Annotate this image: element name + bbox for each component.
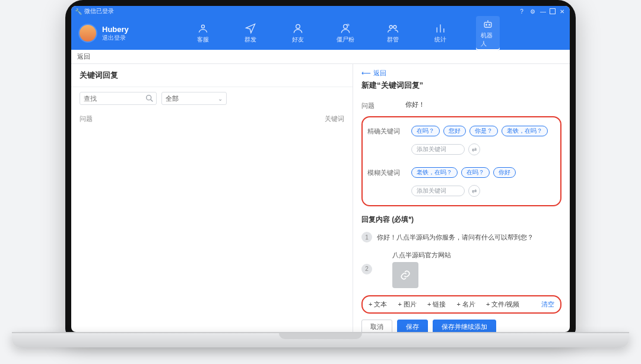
user-icon bbox=[292, 23, 304, 34]
chevron-down-icon: ⌄ bbox=[218, 95, 223, 102]
reply-link-title: 八点半源码官方网站 bbox=[392, 251, 561, 260]
nav-group[interactable]: 群管 bbox=[381, 23, 405, 44]
footer-actions: 取消 保存 保存并继续添加 bbox=[361, 314, 561, 332]
minimize-button[interactable]: — bbox=[539, 7, 547, 15]
maximize-button[interactable] bbox=[550, 8, 556, 14]
arrow-left-icon: ⟵ bbox=[361, 69, 371, 77]
svg-point-7 bbox=[486, 24, 487, 25]
filter-select-value: 全部 bbox=[166, 94, 179, 103]
fuzzy-label: 模糊关键词 bbox=[367, 167, 404, 177]
filter-select[interactable]: 全部 ⌄ bbox=[161, 92, 227, 105]
exact-tag[interactable]: 老铁，在吗？ bbox=[502, 126, 548, 136]
add-card-tool[interactable]: + 名片 bbox=[456, 300, 475, 309]
reply-item-1: 1 你好！八点半源码为你服务，请问有什么可以帮到您？ bbox=[361, 228, 561, 246]
col-header-keyword: 关键词 bbox=[325, 114, 344, 123]
search-input-wrap bbox=[80, 92, 157, 105]
group-icon bbox=[387, 23, 399, 34]
svg-point-5 bbox=[394, 25, 396, 28]
nav-label: 好友 bbox=[292, 36, 304, 44]
add-file-tool[interactable]: + 文件/视频 bbox=[486, 300, 520, 309]
reply-tools-row: + 文本 + 图片 + 链接 + 名片 + 文件/视频 清空 bbox=[361, 295, 561, 314]
fuzzy-add-input[interactable]: 添加关键词 bbox=[411, 186, 465, 196]
exact-tag[interactable]: 你是？ bbox=[469, 126, 498, 136]
nav-label: 群发 bbox=[245, 36, 256, 44]
app-header: Hubery 退出登录 客服 群发 好友 bbox=[71, 17, 570, 50]
exact-tag[interactable]: 您好 bbox=[443, 126, 466, 136]
svg-point-2 bbox=[344, 24, 348, 28]
exact-label: 精确关键词 bbox=[367, 126, 404, 136]
search-icon[interactable] bbox=[145, 94, 154, 103]
reply-badge-2: 2 bbox=[361, 264, 372, 274]
svg-point-4 bbox=[390, 25, 393, 28]
nav-robot[interactable]: 机器人 bbox=[476, 16, 500, 50]
add-image-tool[interactable]: + 图片 bbox=[398, 300, 416, 309]
svg-point-9 bbox=[147, 95, 151, 100]
nav-label: 客服 bbox=[197, 36, 209, 44]
nav-label: 机器人 bbox=[481, 31, 495, 48]
svg-point-8 bbox=[489, 24, 490, 25]
link-icon bbox=[399, 269, 411, 281]
nav-label: 僵尸粉 bbox=[337, 36, 354, 44]
swap-icon[interactable]: ⇄ bbox=[468, 185, 480, 197]
link-thumb[interactable] bbox=[392, 262, 418, 288]
strip-back-link[interactable]: 返回 bbox=[77, 52, 90, 61]
titlebar-status: 微信已登录 bbox=[84, 7, 114, 15]
avatar[interactable] bbox=[78, 24, 97, 43]
stats-icon bbox=[434, 23, 446, 34]
nav-friends[interactable]: 好友 bbox=[286, 23, 310, 44]
exact-add-input[interactable]: 添加关键词 bbox=[411, 144, 465, 155]
window-titlebar: 🔧 微信已登录 ? ⚙ — ✕ bbox=[71, 6, 570, 17]
user-name: Hubery bbox=[102, 25, 129, 34]
save-continue-button[interactable]: 保存并继续添加 bbox=[433, 320, 496, 332]
editor-back-link[interactable]: ⟵ 返回 bbox=[361, 69, 561, 78]
reply-section-title: 回复内容 (必填*) bbox=[361, 215, 561, 225]
fuzzy-tag[interactable]: 老铁，在吗？ bbox=[411, 167, 458, 178]
add-text-tool[interactable]: + 文本 bbox=[369, 300, 387, 309]
reply-badge-1: 1 bbox=[361, 232, 372, 242]
reply-item-2: 2 八点半源码官方网站 bbox=[361, 246, 561, 292]
editor-title: 新建“关键词回复” bbox=[361, 80, 561, 91]
svg-point-0 bbox=[202, 25, 205, 28]
editor-back-label: 返回 bbox=[373, 69, 386, 78]
left-title: 关键词回复 bbox=[71, 64, 353, 87]
panel-keyword-list: 关键词回复 全部 ⌄ 问题 关键词 bbox=[71, 64, 353, 332]
wrench-icon: 🔧 bbox=[75, 8, 82, 15]
panel-editor: ⟵ 返回 新建“关键词回复” 问题 你好！ 精确关键词 在吗？ 您好 bbox=[353, 64, 570, 332]
zombie-icon bbox=[339, 23, 351, 34]
robot-icon bbox=[482, 18, 494, 30]
settings-icon[interactable]: ⚙ bbox=[528, 7, 537, 15]
question-label: 问题 bbox=[361, 100, 398, 110]
save-button[interactable]: 保存 bbox=[397, 320, 428, 332]
col-header-question: 问题 bbox=[80, 114, 325, 123]
close-button[interactable]: ✕ bbox=[558, 7, 566, 15]
cancel-button[interactable]: 取消 bbox=[361, 320, 392, 332]
send-icon bbox=[245, 23, 256, 34]
fuzzy-tag[interactable]: 你好 bbox=[493, 167, 516, 178]
nav-cs[interactable]: 客服 bbox=[191, 23, 215, 44]
svg-rect-6 bbox=[485, 23, 492, 27]
nav-label: 群管 bbox=[387, 36, 399, 44]
add-link-tool[interactable]: + 链接 bbox=[427, 300, 446, 309]
nav-mass[interactable]: 群发 bbox=[239, 23, 262, 44]
clear-tool[interactable]: 清空 bbox=[541, 300, 554, 309]
nav-zombie[interactable]: 僵尸粉 bbox=[334, 23, 357, 44]
svg-point-1 bbox=[296, 24, 300, 28]
swap-icon[interactable]: ⇄ bbox=[468, 143, 480, 155]
keywords-highlight-box: 精确关键词 在吗？ 您好 你是？ 老铁，在吗？ 添加关键词 ⇄ bbox=[361, 116, 561, 206]
reply-text-1: 你好！八点半源码为你服务，请问有什么可以帮到您？ bbox=[377, 233, 534, 242]
logout-link[interactable]: 退出登录 bbox=[102, 34, 129, 41]
question-value: 你好！ bbox=[405, 100, 425, 109]
fuzzy-tag[interactable]: 在吗？ bbox=[461, 167, 490, 178]
nav-stats[interactable]: 统计 bbox=[429, 23, 452, 44]
main-nav: 客服 群发 好友 僵尸粉 bbox=[129, 17, 563, 50]
help-icon[interactable]: ? bbox=[518, 7, 526, 15]
exact-tag[interactable]: 在吗？ bbox=[411, 126, 440, 136]
headset-icon bbox=[197, 23, 209, 34]
nav-label: 统计 bbox=[434, 36, 446, 44]
